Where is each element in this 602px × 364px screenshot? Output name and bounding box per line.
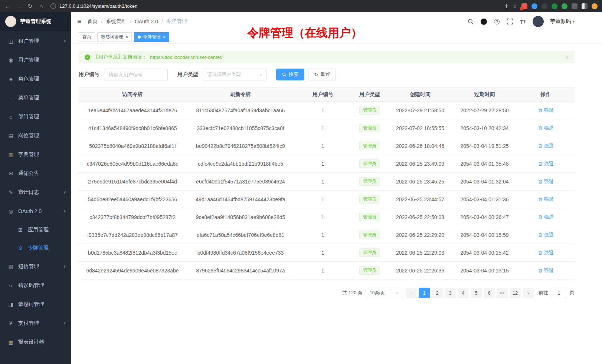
url-text[interactable]: 127.0.0.1:1024/system/oauth2/token [59, 3, 137, 9]
menu-icon: ≡ [7, 95, 14, 101]
goto-page-input[interactable] [551, 288, 567, 298]
sidebar-toggle-button[interactable]: ≡ [77, 17, 81, 26]
dept-icon: ⌂ [7, 114, 14, 120]
sidebar-item-oauth[interactable]: ◎ OAuth 2.0 ∧ [0, 202, 71, 221]
sidebar-item-dept[interactable]: ⌂ 部门管理 [0, 107, 71, 126]
page-button[interactable]: 5 [471, 288, 482, 298]
page-size-select[interactable]: 10条/页 ∨ [366, 288, 402, 298]
back-button[interactable]: ← [4, 3, 11, 9]
sidebar-item-post[interactable]: ▤ 岗位管理 [0, 126, 71, 145]
refresh-token-value: dfa6c71a50a54c66bef706ef9e6e8d81 [186, 226, 295, 244]
site-info-icon[interactable]: i [50, 3, 56, 9]
force-logout-button[interactable]: 强退 [538, 232, 554, 238]
extension-icon[interactable] [562, 3, 567, 9]
user-id-value: 1 [295, 102, 351, 119]
total-count: 共 120 条 [342, 289, 363, 296]
user-type-badge: 管理员 [359, 195, 380, 203]
tab-sensitive-word[interactable]: 敏感词管理 × [97, 32, 132, 42]
force-logout-button[interactable]: 强退 [538, 125, 554, 132]
sidebar-item-token-management[interactable]: ⊙ 令牌管理 [0, 239, 71, 257]
expires-value: 2054-03-04 01:35:48 [452, 155, 517, 173]
created-value: 2022-06-25 22:26:36 [388, 262, 452, 279]
page-button[interactable]: 3 [445, 288, 456, 298]
extension-icon[interactable] [582, 3, 588, 9]
user-type-select[interactable]: 请选择用户类型 ∨ [203, 69, 266, 80]
table-row: 1ea5e44f8bc1467aaede43144f31de76 811c530… [79, 102, 575, 119]
sidebar-item-error-code[interactable]: ‹› 错误码管理 [0, 276, 71, 295]
force-logout-button[interactable]: 强退 [538, 107, 554, 114]
page-button[interactable]: 6 [484, 288, 495, 298]
refresh-button[interactable]: ↻ [27, 3, 33, 10]
extension-icon[interactable] [521, 3, 527, 9]
caret-down-icon: ▾ [573, 20, 575, 24]
help-icon[interactable]: ? [494, 18, 500, 25]
breadcrumb-item[interactable]: OAuth 2.0 [135, 19, 158, 24]
share-icon[interactable]: ↥ [504, 3, 509, 9]
error-code-icon: ‹› [7, 282, 14, 288]
sidebar-item-report-designer[interactable]: ▦ 报表设计器 [0, 332, 71, 351]
tab-home[interactable]: 首页 [79, 32, 95, 42]
force-logout-button[interactable]: 强退 [538, 143, 554, 149]
access-token-value: c347026e805e4d99b0d116eae66eda8c [79, 155, 186, 173]
extension-badge [520, 7, 523, 10]
github-icon[interactable] [481, 18, 487, 25]
user-id-input[interactable] [104, 69, 168, 80]
sidebar-item-sms[interactable]: ▧ 短信管理 ∨ [0, 257, 71, 276]
extension-icon[interactable] [552, 3, 557, 9]
force-logout-button[interactable]: 强退 [538, 196, 554, 203]
next-page-button[interactable]: › [523, 288, 534, 298]
close-icon[interactable]: × [565, 54, 569, 60]
force-logout-button[interactable]: 强退 [538, 267, 554, 274]
prev-page-button[interactable]: ‹ [406, 288, 417, 298]
more-pages-button[interactable]: ••• [497, 288, 508, 298]
font-size-icon[interactable]: TT [520, 18, 526, 25]
doc-link[interactable]: https://doc.iocoder.cn/user-center/ [150, 54, 223, 60]
breadcrumb-item[interactable]: 首页 [87, 18, 98, 25]
extension-icon[interactable] [542, 3, 547, 9]
close-icon[interactable]: × [125, 34, 128, 40]
bookmark-star-icon[interactable]: ☆ [513, 3, 517, 9]
force-logout-button[interactable]: 强退 [538, 178, 554, 185]
page-button[interactable]: 12 [510, 288, 521, 298]
sidebar-item-role[interactable]: ◈ 角色管理 [0, 69, 71, 88]
sidebar-item-notice[interactable]: ✉ 通知公告 [0, 164, 71, 183]
browser-profile-avatar[interactable] [592, 3, 598, 9]
search-icon[interactable] [468, 18, 474, 25]
breadcrumb-item[interactable]: 系统管理 [106, 18, 127, 25]
tab-token-management[interactable]: 令牌管理 × [134, 32, 169, 42]
fullscreen-icon[interactable] [507, 18, 513, 25]
reset-button[interactable]: ↻ 重置 [308, 69, 336, 80]
search-button[interactable]: 搜索 [276, 69, 304, 80]
sidebar-item-user[interactable]: ◉ 用户管理 [0, 50, 71, 69]
sidebar-item-payment[interactable]: ¥ 支付管理 ∨ [0, 314, 71, 332]
page-button[interactable]: 4 [458, 288, 469, 298]
sidebar-item-tenant[interactable]: ◫ 租户管理 ∨ [0, 32, 71, 50]
sidebar-item-audit-log[interactable]: ✎ 审计日志 ∨ [0, 183, 71, 202]
refresh-token-value: 9ce8ef2aa9f14056b831ae9b608e28d5 [186, 208, 295, 226]
sidebar-item-dict[interactable]: ▥ 字典管理 [0, 145, 71, 164]
sidebar-item-sensitive-word[interactable]: ◨ 敏感词管理 [0, 295, 71, 314]
forward-button[interactable]: → [16, 3, 22, 9]
user-menu[interactable]: 芋道源码 ▾ [550, 18, 575, 25]
app-logo[interactable]: 芋道管理系统 [0, 12, 71, 31]
report-designer-icon: ▦ [7, 339, 14, 345]
force-logout-button[interactable]: 强退 [538, 161, 554, 167]
sidebar-item-menu[interactable]: ≡ 菜单管理 [0, 88, 71, 107]
expires-value: 2054-03-04 00:15:59 [452, 226, 517, 244]
close-icon[interactable]: × [163, 34, 166, 40]
sidebar-item-app-management[interactable]: ⊞ 应用管理 [0, 221, 71, 239]
page-button[interactable]: 1 [419, 288, 430, 298]
breadcrumb-separator: / [101, 19, 102, 24]
expires-value: 2054-03-10 20:42:34 [452, 119, 517, 137]
user-avatar[interactable] [533, 16, 544, 27]
post-icon: ▤ [7, 133, 14, 139]
force-logout-button[interactable]: 强退 [538, 214, 554, 221]
extension-icon[interactable] [572, 3, 578, 9]
force-logout-button[interactable]: 强退 [538, 249, 554, 256]
address-bar[interactable]: i 127.0.0.1:1024/system/oauth2/token [49, 3, 500, 9]
table-row: 275e5de9151045fe87cbdc395e004f4d e6cfd40… [79, 173, 575, 191]
page-button[interactable]: 2 [432, 288, 443, 298]
breadcrumb-separator: / [130, 19, 131, 24]
home-button[interactable]: ⌂ [38, 3, 45, 9]
extension-icon[interactable] [531, 3, 537, 9]
